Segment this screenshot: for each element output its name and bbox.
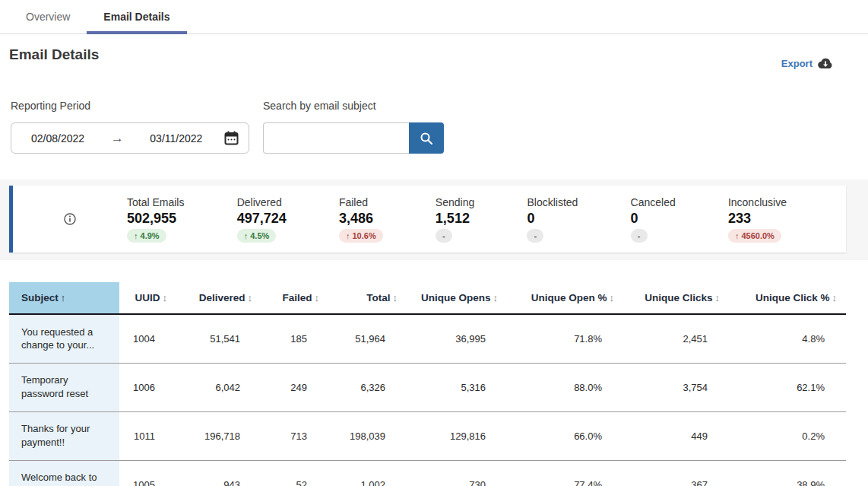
trend-badge: ↑ 4.9% [127, 229, 166, 243]
export-button[interactable]: Export [781, 57, 834, 69]
trend-badge: - [631, 229, 648, 243]
table-row: Temporary password reset 1006 6,042 249 … [9, 363, 846, 411]
column-label: Failed [282, 292, 312, 303]
sort-both-icon: ↕ [393, 292, 398, 303]
sort-both-icon: ↕ [493, 292, 499, 303]
column-label: Unique Open % [531, 292, 607, 303]
cell-unique-opens: 129,816 [407, 411, 507, 460]
column-header-failed[interactable]: Failed↕ [261, 282, 328, 314]
sort-both-icon: ↕ [832, 292, 838, 303]
reporting-period-label: Reporting Period [11, 100, 249, 112]
cell-unique-click-pct: 62.1% [729, 363, 846, 411]
date-end[interactable]: 03/11/2022 [150, 132, 202, 145]
cell-unique-clicks: 449 [623, 411, 729, 460]
sort-both-icon: ↕ [610, 292, 615, 303]
cell-subject: Thanks for your payment!! [9, 411, 119, 460]
stats-items: Total Emails 502,955 ↑ 4.9% Delivered 49… [127, 196, 846, 243]
search-label: Search by email subject [263, 100, 444, 112]
column-header-uuid[interactable]: UUID↕ [119, 282, 176, 314]
date-range-picker[interactable]: 02/08/2022 → 03/11/2022 [11, 122, 249, 154]
search-icon [420, 132, 433, 145]
table-header-row: Subject↑ UUID↕ Delivered↕ Failed↕ Total↕… [9, 282, 846, 314]
cell-unique-click-pct: 4.8% [729, 314, 846, 363]
info-icon[interactable] [64, 213, 76, 225]
search-input[interactable] [263, 122, 409, 154]
cell-unique-open-pct: 77.4% [507, 460, 623, 486]
cell-uuid: 1005 [119, 460, 176, 486]
cloud-download-icon [817, 57, 834, 69]
stat-value: 497,724 [237, 211, 287, 227]
column-label: Total [366, 292, 390, 303]
stat-value: 1,512 [436, 211, 474, 227]
stat-value: 233 [728, 211, 787, 227]
cell-unique-click-pct: 38.9% [729, 460, 846, 486]
trend-badge: ↑ 4560.0% [728, 229, 781, 243]
stat-label: Inconclusive [728, 196, 787, 208]
cell-unique-open-pct: 88.0% [507, 363, 623, 411]
cell-subject: Temporary password reset [9, 363, 119, 411]
stat-label: Total Emails [127, 196, 184, 208]
column-label: UUID [135, 292, 160, 303]
email-details-table: Subject↑ UUID↕ Delivered↕ Failed↕ Total↕… [9, 282, 846, 486]
column-header-delivered[interactable]: Delivered↕ [176, 282, 261, 314]
stat-canceled: Canceled 0 - [631, 196, 676, 243]
column-header-unique-click-pct[interactable]: Unique Click %↕ [729, 282, 846, 314]
cell-uuid: 1011 [119, 411, 176, 460]
stat-blocklisted: Blocklisted 0 - [527, 196, 578, 243]
reporting-period-group: Reporting Period 02/08/2022 → 03/11/2022 [11, 100, 249, 154]
column-header-total[interactable]: Total↕ [328, 282, 407, 314]
cell-unique-open-pct: 71.8% [507, 314, 623, 363]
column-header-subject[interactable]: Subject↑ [9, 282, 119, 314]
stat-failed: Failed 3,486 ↑ 10.6% [339, 196, 383, 243]
cell-unique-clicks: 367 [623, 460, 729, 486]
stat-value: 3,486 [339, 211, 383, 227]
cell-subject: You requested a change to your... [9, 314, 119, 363]
stat-label: Failed [339, 196, 383, 208]
cell-delivered: 51,541 [176, 314, 261, 363]
cell-unique-opens: 730 [407, 460, 507, 486]
table-row: Thanks for your payment!! 1011 196,718 7… [9, 411, 846, 460]
cell-uuid: 1006 [119, 363, 176, 411]
cell-unique-open-pct: 66.0% [507, 411, 623, 460]
tab-overview[interactable]: Overview [9, 2, 87, 34]
stat-value: 502,955 [127, 211, 184, 227]
cell-unique-clicks: 3,754 [623, 363, 729, 411]
search-group: Search by email subject [263, 100, 444, 154]
column-label: Delivered [199, 292, 246, 303]
title-row: Email Details Export [9, 46, 834, 72]
trend-badge: ↑ 10.6% [339, 229, 383, 243]
date-start[interactable]: 02/08/2022 [31, 132, 84, 145]
stat-inconclusive: Inconclusive 233 ↑ 4560.0% [728, 196, 787, 243]
stat-label: Delivered [237, 196, 287, 208]
tab-email-details[interactable]: Email Details [87, 2, 186, 34]
column-label: Unique Clicks [645, 292, 712, 303]
sort-both-icon: ↕ [315, 292, 320, 303]
cell-failed: 713 [261, 411, 328, 460]
cell-delivered: 196,718 [176, 411, 261, 460]
column-header-unique-opens[interactable]: Unique Opens↕ [407, 282, 507, 314]
stat-value: 0 [631, 211, 676, 227]
cell-subject: Welcome back to your online... [9, 460, 119, 486]
sort-both-icon: ↕ [715, 292, 721, 303]
stat-label: Blocklisted [527, 196, 578, 208]
column-header-unique-open-pct[interactable]: Unique Open %↕ [507, 282, 623, 314]
cell-unique-opens: 5,316 [407, 363, 507, 411]
trend-badge: ↑ 4.5% [237, 229, 277, 243]
cell-failed: 52 [261, 460, 328, 486]
date-range-arrow-icon: → [111, 131, 124, 146]
table-row: Welcome back to your online... 1005 943 … [9, 460, 846, 486]
search-wrap [263, 122, 444, 154]
stat-label: Sending [436, 196, 474, 208]
stat-total-emails: Total Emails 502,955 ↑ 4.9% [127, 196, 184, 243]
cell-total: 51,964 [328, 314, 407, 363]
cell-delivered: 6,042 [176, 363, 261, 411]
filters-row: Reporting Period 02/08/2022 → 03/11/2022… [11, 100, 868, 154]
tab-bar: Overview Email Details [0, 0, 868, 34]
export-label: Export [781, 58, 813, 69]
column-label: Subject [21, 292, 59, 303]
search-button[interactable] [409, 122, 444, 154]
stats-summary-card: Total Emails 502,955 ↑ 4.9% Delivered 49… [9, 186, 846, 253]
column-header-unique-clicks[interactable]: Unique Clicks↕ [623, 282, 729, 314]
calendar-icon[interactable] [224, 131, 239, 145]
stat-label: Canceled [631, 196, 676, 208]
